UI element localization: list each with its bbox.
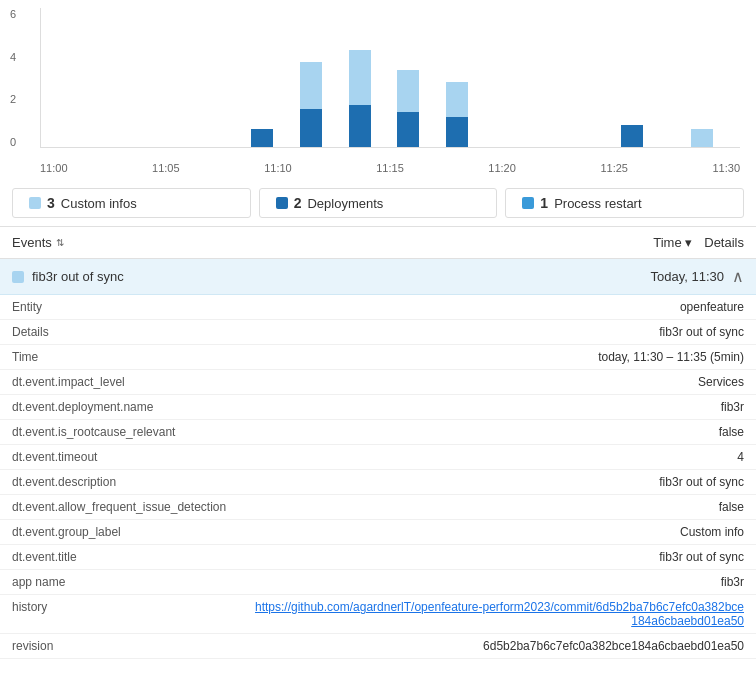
detail-row-9: dt.event.group_labelCustom info xyxy=(0,520,756,545)
x-label-1: 11:05 xyxy=(152,162,180,174)
detail-row-3: dt.event.impact_levelServices xyxy=(0,370,756,395)
bar-light-6 xyxy=(691,129,713,147)
event-row[interactable]: fib3r out of sync Today, 11:30 ∧ xyxy=(0,259,756,295)
detail-key-10: dt.event.title xyxy=(0,545,238,570)
bar-dark-4 xyxy=(446,117,468,147)
detail-key-6: dt.event.timeout xyxy=(0,445,238,470)
detail-key-8: dt.event.allow_frequent_issue_detection xyxy=(0,495,238,520)
detail-row-7: dt.event.descriptionfib3r out of sync xyxy=(0,470,756,495)
legend-label-custom-infos: Custom infos xyxy=(61,196,137,211)
event-row-left: fib3r out of sync xyxy=(12,269,124,284)
legend-item-custom-infos[interactable]: 3 Custom infos xyxy=(12,188,251,218)
detail-value-4: fib3r xyxy=(238,395,756,420)
bar-group-2 xyxy=(349,50,371,147)
detail-key-5: dt.event.is_rootcause_relevant xyxy=(0,420,238,445)
detail-row-0: Entityopenfeature xyxy=(0,295,756,320)
event-row-right: Today, 11:30 ∧ xyxy=(651,267,744,286)
legend-item-deployments[interactable]: 2 Deployments xyxy=(259,188,498,218)
y-label-2: 2 xyxy=(10,93,16,105)
y-label-6: 6 xyxy=(10,8,16,20)
details-table: EntityopenfeatureDetailsfib3r out of syn… xyxy=(0,295,756,659)
events-header: Events ⇅ Time ▾ Details xyxy=(0,227,756,259)
detail-row-4: dt.event.deployment.namefib3r xyxy=(0,395,756,420)
legend-row: 3 Custom infos 2 Deployments 1 Process r… xyxy=(0,180,756,227)
detail-value-5: false xyxy=(238,420,756,445)
event-timestamp: Today, 11:30 xyxy=(651,269,724,284)
events-header-right: Time ▾ Details xyxy=(653,235,744,250)
detail-key-11: app name xyxy=(0,570,238,595)
bar-group-0 xyxy=(251,129,273,147)
detail-row-11: app namefib3r xyxy=(0,570,756,595)
y-axis: 6 4 2 0 xyxy=(10,8,16,148)
bar-light-2 xyxy=(349,50,371,105)
details-label[interactable]: Details xyxy=(704,235,744,250)
bar-dark-3 xyxy=(397,112,419,147)
x-label-2: 11:10 xyxy=(264,162,292,174)
detail-row-2: Timetoday, 11:30 – 11:35 (5min) xyxy=(0,345,756,370)
bar-dark-0 xyxy=(251,129,273,147)
detail-value-13: 6d5b2ba7b6c7efc0a382bce184a6cbaebd01ea50 xyxy=(238,634,756,659)
detail-row-6: dt.event.timeout4 xyxy=(0,445,756,470)
bar-dark-5 xyxy=(621,125,643,147)
x-label-0: 11:00 xyxy=(40,162,68,174)
legend-dot-custom-infos xyxy=(29,197,41,209)
detail-value-9: Custom info xyxy=(238,520,756,545)
detail-value-3: Services xyxy=(238,370,756,395)
legend-label-process-restart: Process restart xyxy=(554,196,641,211)
detail-key-1: Details xyxy=(0,320,238,345)
detail-key-12: history xyxy=(0,595,238,634)
y-label-4: 4 xyxy=(10,51,16,63)
detail-value-8: false xyxy=(238,495,756,520)
detail-link-12[interactable]: https://github.com/agardnerlT/openfeatur… xyxy=(255,600,744,628)
chevron-up-icon[interactable]: ∧ xyxy=(732,267,744,286)
y-label-0: 0 xyxy=(10,136,16,148)
x-label-4: 11:20 xyxy=(488,162,516,174)
detail-value-0: openfeature xyxy=(238,295,756,320)
events-label: Events ⇅ xyxy=(12,235,64,250)
bar-group-1 xyxy=(300,62,322,147)
detail-row-13: revision6d5b2ba7b6c7efc0a382bce184a6cbae… xyxy=(0,634,756,659)
bar-light-4 xyxy=(446,82,468,117)
detail-key-7: dt.event.description xyxy=(0,470,238,495)
legend-count-process-restart: 1 xyxy=(540,195,548,211)
detail-value-7: fib3r out of sync xyxy=(238,470,756,495)
detail-key-13: revision xyxy=(0,634,238,659)
sort-icon[interactable]: ⇅ xyxy=(56,237,64,248)
bar-group-4 xyxy=(446,82,468,147)
detail-row-12: historyhttps://github.com/agardnerlT/ope… xyxy=(0,595,756,634)
detail-value-10: fib3r out of sync xyxy=(238,545,756,570)
chart-container: 6 4 2 0 11:0011:0511:1011:1511:2011:2511… xyxy=(0,0,756,180)
detail-value-1: fib3r out of sync xyxy=(238,320,756,345)
chart-bars xyxy=(40,8,740,148)
legend-dot-deployments xyxy=(276,197,288,209)
detail-key-4: dt.event.deployment.name xyxy=(0,395,238,420)
detail-row-5: dt.event.is_rootcause_relevantfalse xyxy=(0,420,756,445)
detail-value-11: fib3r xyxy=(238,570,756,595)
x-label-5: 11:25 xyxy=(600,162,628,174)
x-axis: 11:0011:0511:1011:1511:2011:2511:30 xyxy=(40,162,740,174)
time-sort-icon: ▾ xyxy=(685,235,692,250)
bar-light-1 xyxy=(300,62,322,109)
bar-dark-1 xyxy=(300,109,322,147)
detail-key-3: dt.event.impact_level xyxy=(0,370,238,395)
legend-item-process-restart[interactable]: 1 Process restart xyxy=(505,188,744,218)
x-label-3: 11:15 xyxy=(376,162,404,174)
legend-label-deployments: Deployments xyxy=(307,196,383,211)
x-label-6: 11:30 xyxy=(712,162,740,174)
bar-dark-2 xyxy=(349,105,371,147)
event-indicator xyxy=(12,271,24,283)
time-label[interactable]: Time ▾ xyxy=(653,235,692,250)
legend-count-custom-infos: 3 xyxy=(47,195,55,211)
bar-group-6 xyxy=(691,129,713,147)
detail-row-8: dt.event.allow_frequent_issue_detectionf… xyxy=(0,495,756,520)
detail-row-10: dt.event.titlefib3r out of sync xyxy=(0,545,756,570)
detail-key-9: dt.event.group_label xyxy=(0,520,238,545)
legend-count-deployments: 2 xyxy=(294,195,302,211)
detail-key-0: Entity xyxy=(0,295,238,320)
bar-light-3 xyxy=(397,70,419,112)
event-title: fib3r out of sync xyxy=(32,269,124,284)
detail-value-6: 4 xyxy=(238,445,756,470)
bar-group-3 xyxy=(397,70,419,147)
detail-value-12[interactable]: https://github.com/agardnerlT/openfeatur… xyxy=(238,595,756,634)
detail-value-2: today, 11:30 – 11:35 (5min) xyxy=(238,345,756,370)
